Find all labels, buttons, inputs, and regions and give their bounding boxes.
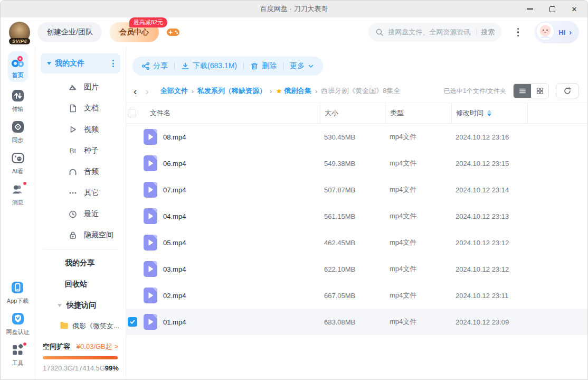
breadcrumb-level1[interactable]: 私发系列（稀缺资源） [197, 86, 266, 96]
sidebar-item-my-files[interactable]: 我的文件 [41, 53, 120, 73]
sidebar-label: 我的分享 [65, 258, 94, 268]
refresh-button[interactable] [556, 84, 579, 98]
file-list: 08.mp4 530.45MB mp4文件 2024.10.12 23:16 0… [126, 124, 587, 335]
search-button[interactable]: 搜索 [481, 27, 495, 37]
sidebar-label: 图片 [84, 82, 99, 92]
storage-upgrade-link[interactable]: ¥0.03/GB起 > [77, 342, 118, 351]
rail-item-sync[interactable]: 同步 [11, 120, 25, 144]
video-file-icon [144, 235, 157, 251]
file-name[interactable]: 07.mp4 [163, 186, 320, 194]
grid-view-button[interactable] [531, 84, 548, 98]
row-checkbox[interactable] [128, 317, 137, 327]
file-name[interactable]: 08.mp4 [163, 133, 320, 141]
lock-icon [68, 230, 78, 240]
file-name[interactable]: 06.mp4 [163, 160, 320, 168]
delete-label: 删除 [262, 61, 277, 71]
sidebar-quick-item[interactable]: 俄影《微笑女... [41, 316, 120, 336]
account-pill[interactable]: Hi › [534, 21, 579, 43]
image-icon [68, 82, 78, 92]
column-header-name[interactable]: 文件名 [150, 108, 170, 118]
video-file-icon [144, 261, 157, 277]
more-button[interactable]: 更多 [290, 61, 314, 71]
my-files-label: 我的文件 [55, 59, 84, 68]
sidebar-item-audio[interactable]: 音频 [41, 161, 120, 182]
vip-center-button[interactable]: 会员中心 最高减82元 [109, 22, 159, 42]
list-view-button[interactable] [514, 84, 531, 98]
search-box[interactable]: 搜网盘文件、全网资源资讯 搜索 [368, 23, 501, 42]
share-button[interactable]: 分享 [141, 61, 168, 71]
rail-item-home[interactable]: 首页 [8, 51, 28, 82]
table-row[interactable]: 06.mp4 549.38MB mp4文件 2024.10.12 23:15 [126, 150, 587, 177]
rail-label-ai-view: AI看 [12, 168, 23, 175]
star-icon: ★ [276, 87, 282, 95]
column-header-size[interactable]: 大小 [320, 103, 385, 123]
file-name[interactable]: 05.mp4 [163, 239, 320, 247]
back-button[interactable]: ‹ [134, 86, 137, 96]
rail-item-ai-view[interactable]: AI看 [11, 151, 25, 175]
video-file-icon [144, 129, 157, 145]
download-icon [181, 62, 189, 70]
rail-item-messages[interactable]: 消息 [11, 182, 25, 207]
table-row[interactable]: 07.mp4 507.87MB mp4文件 2024.10.12 23:14 [126, 177, 587, 203]
download-button[interactable]: 下载(683.1M) [181, 61, 237, 71]
my-files-menu-dots-icon[interactable] [112, 60, 114, 67]
sidebar-label: 回收站 [65, 280, 87, 289]
table-row[interactable]: 03.mp4 622.10MB mp4文件 2024.10.12 23:12 [126, 256, 587, 282]
sidebar-item-videos[interactable]: 视频 [41, 119, 120, 140]
account-avatar [536, 22, 555, 43]
table-row[interactable]: 08.mp4 530.45MB mp4文件 2024.10.12 23:16 [126, 124, 587, 150]
file-name[interactable]: 01.mp4 [163, 318, 320, 326]
breadcrumb-root[interactable]: 全部文件 [160, 86, 188, 96]
window-maximize-button[interactable] [541, 1, 563, 17]
file-name[interactable]: 04.mp4 [163, 212, 320, 220]
sidebar-quick-access[interactable]: 快捷访问 [41, 295, 120, 316]
messages-icon [11, 182, 25, 196]
storage-panel: 空间扩容 ¥0.03/GB起 > 17320.3G/17414.5G99% [35, 337, 126, 380]
forward-button[interactable]: › [145, 86, 148, 96]
user-avatar[interactable]: SVIP8 [9, 22, 30, 43]
rail-item-verify[interactable]: 网盘认证 [6, 312, 30, 336]
rail-label-app-download: App下载 [7, 297, 29, 305]
search-divider [476, 28, 477, 36]
file-name[interactable]: 03.mp4 [163, 265, 320, 273]
table-row[interactable]: 04.mp4 561.15MB mp4文件 2024.10.12 23:13 [126, 203, 587, 229]
table-row[interactable]: 05.mp4 462.45MB mp4文件 2024.10.12 23:12 [126, 229, 587, 256]
file-name[interactable]: 02.mp4 [163, 292, 320, 300]
sort-icon[interactable] [487, 110, 491, 116]
file-size: 530.45MB [320, 133, 385, 141]
game-center-icon[interactable] [166, 27, 180, 38]
sidebar-item-recycle-bin[interactable]: 回收站 [41, 274, 120, 295]
sidebar-item-torrents[interactable]: Bt 种子 [41, 140, 120, 161]
sidebar: 我的文件 图片 文档 视频 B [35, 47, 126, 380]
file-mtime: 2024.10.12 23:11 [451, 292, 527, 300]
window-title: 百度网盘 · 刀刀大表哥 [260, 4, 328, 14]
column-header-mtime[interactable]: 修改时间 [451, 103, 527, 123]
video-file-icon [144, 314, 157, 330]
table-row[interactable]: 01.mp4 683.08MB mp4文件 2024.10.12 23:09 [126, 309, 587, 335]
sidebar-item-hidden-space[interactable]: 隐藏空间 [41, 225, 120, 246]
more-menu-button[interactable] [509, 23, 527, 41]
breadcrumb-current: 西班牙剧《黄金国》8集全 [321, 86, 400, 96]
sidebar-item-my-shares[interactable]: 我的分享 [41, 253, 120, 274]
delete-button[interactable]: 删除 [250, 61, 277, 71]
select-all-checkbox[interactable] [128, 109, 136, 117]
sidebar-item-recent[interactable]: 最近 [41, 203, 120, 225]
sidebar-item-others[interactable]: 其它 [41, 182, 120, 203]
sidebar-item-images[interactable]: 图片 [41, 77, 120, 98]
video-file-icon [144, 288, 157, 303]
search-input[interactable]: 搜网盘文件、全网资源资讯 [388, 27, 472, 37]
window-minimize-button[interactable] [519, 1, 541, 17]
rail-item-transfer[interactable]: 传输 [11, 89, 25, 113]
file-mtime: 2024.10.12 23:15 [451, 160, 527, 168]
table-row[interactable]: 02.mp4 667.05MB mp4文件 2024.10.12 23:11 [126, 282, 587, 309]
window-close-button[interactable]: ✕ [563, 1, 585, 17]
column-header-type[interactable]: 类型 [385, 103, 451, 123]
rail-item-app-download[interactable]: App下载 [7, 281, 29, 305]
rail-label-messages: 消息 [12, 199, 24, 207]
create-team-button[interactable]: 创建企业/团队 [37, 22, 102, 42]
rail-item-tools[interactable]: 工具 [11, 343, 25, 367]
sidebar-item-documents[interactable]: 文档 [41, 98, 120, 119]
breadcrumb-level2[interactable]: 俄剧合集 [284, 86, 311, 96]
breadcrumb-bar: ‹ › 全部文件 › 私发系列（稀缺资源） › ★ 俄剧合集 › 西班牙剧《黄金… [126, 82, 587, 99]
titlebar[interactable]: 百度网盘 · 刀刀大表哥 ✕ [1, 1, 587, 17]
